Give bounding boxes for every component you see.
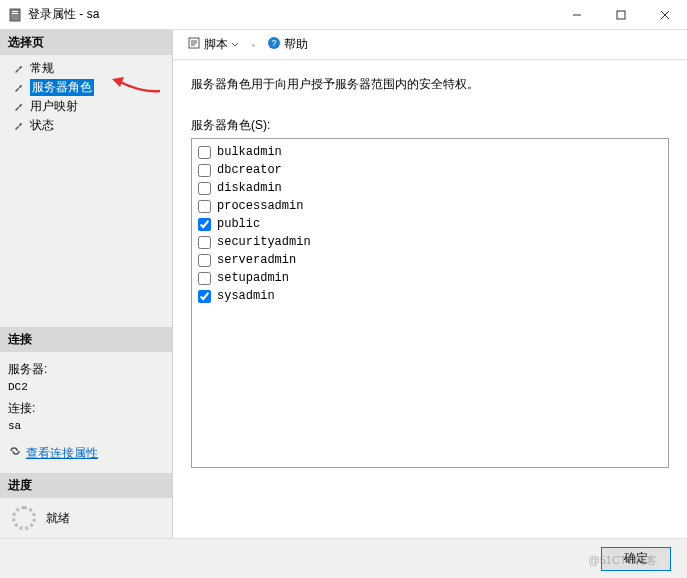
pages-section: 选择页 常规 服务器角色 用户映射 状态 — [0, 30, 172, 327]
wrench-icon — [12, 62, 26, 76]
left-panel: 选择页 常规 服务器角色 用户映射 状态 — [0, 30, 173, 538]
nav-label: 用户映射 — [30, 98, 78, 115]
view-connection-text: 查看连接属性 — [26, 444, 98, 463]
server-label: 服务器: — [8, 360, 164, 379]
role-checkbox[interactable] — [198, 272, 211, 285]
role-item[interactable]: public — [198, 215, 662, 233]
view-connection-link[interactable]: 查看连接属性 — [8, 444, 98, 463]
role-name: public — [217, 215, 260, 233]
role-name: setupadmin — [217, 269, 289, 287]
connection-value: sa — [8, 418, 164, 436]
connection-section: 连接 服务器: DC2 连接: sa 查看连接属性 — [0, 327, 172, 473]
close-button[interactable] — [643, 0, 687, 30]
titlebar: 登录属性 - sa — [0, 0, 687, 30]
script-label: 脚本 — [204, 36, 228, 53]
nav-item-status[interactable]: 状态 — [0, 116, 172, 135]
role-name: serveradmin — [217, 251, 296, 269]
roles-listbox[interactable]: bulkadmindbcreatordiskadminprocessadminp… — [191, 138, 669, 468]
role-checkbox[interactable] — [198, 146, 211, 159]
nav-label: 常规 — [30, 60, 54, 77]
svg-text:?: ? — [272, 38, 277, 48]
role-item[interactable]: dbcreator — [198, 161, 662, 179]
roles-label: 服务器角色(S): — [191, 117, 669, 134]
wrench-icon — [12, 81, 26, 95]
content-area: 服务器角色用于向用户授予服务器范围内的安全特权。 服务器角色(S): bulka… — [173, 60, 687, 538]
nav-list: 常规 服务器角色 用户映射 状态 — [0, 55, 172, 145]
role-name: sysadmin — [217, 287, 275, 305]
dialog-footer: 确定 @51CTO博客 — [0, 538, 687, 578]
chevron-down-icon — [231, 38, 239, 52]
svg-rect-0 — [10, 9, 20, 21]
server-value: DC2 — [8, 379, 164, 397]
window-title: 登录属性 - sa — [28, 6, 555, 23]
nav-label: 状态 — [30, 117, 54, 134]
minimize-button[interactable] — [555, 0, 599, 30]
spinner-icon — [12, 506, 36, 530]
role-item[interactable]: securityadmin — [198, 233, 662, 251]
svg-rect-4 — [617, 11, 625, 19]
description-text: 服务器角色用于向用户授予服务器范围内的安全特权。 — [191, 76, 669, 93]
role-name: processadmin — [217, 197, 303, 215]
connection-icon — [8, 444, 22, 463]
wrench-icon — [12, 100, 26, 114]
nav-item-user-mapping[interactable]: 用户映射 — [0, 97, 172, 116]
app-icon — [8, 8, 22, 22]
role-name: dbcreator — [217, 161, 282, 179]
toolbar: 脚本 ▪ ? 帮助 — [173, 30, 687, 60]
role-checkbox[interactable] — [198, 200, 211, 213]
role-name: diskadmin — [217, 179, 282, 197]
role-checkbox[interactable] — [198, 164, 211, 177]
progress-section: 进度 就绪 — [0, 473, 172, 538]
role-item[interactable]: sysadmin — [198, 287, 662, 305]
arrow-annotation-icon — [112, 77, 162, 97]
right-panel: 脚本 ▪ ? 帮助 服务器角色用于向用户授予服务器范围内的安全特权。 服务器角色… — [173, 30, 687, 538]
progress-status: 就绪 — [46, 510, 70, 527]
role-checkbox[interactable] — [198, 254, 211, 267]
connection-label: 连接: — [8, 399, 164, 418]
progress-header: 进度 — [0, 473, 172, 498]
window-controls — [555, 0, 687, 30]
svg-rect-2 — [12, 13, 18, 14]
nav-item-general[interactable]: 常规 — [0, 59, 172, 78]
nav-label: 服务器角色 — [30, 79, 94, 96]
help-icon: ? — [267, 36, 281, 53]
maximize-button[interactable] — [599, 0, 643, 30]
role-item[interactable]: processadmin — [198, 197, 662, 215]
script-button[interactable]: 脚本 — [183, 34, 243, 55]
role-checkbox[interactable] — [198, 290, 211, 303]
watermark-text: @51CTO博客 — [589, 553, 657, 568]
help-label: 帮助 — [284, 36, 308, 53]
role-name: securityadmin — [217, 233, 311, 251]
role-name: bulkadmin — [217, 143, 282, 161]
role-checkbox[interactable] — [198, 182, 211, 195]
role-checkbox[interactable] — [198, 218, 211, 231]
toolbar-separator: ▪ — [251, 38, 255, 52]
role-item[interactable]: serveradmin — [198, 251, 662, 269]
wrench-icon — [12, 119, 26, 133]
pages-header: 选择页 — [0, 30, 172, 55]
progress-content: 就绪 — [0, 498, 172, 538]
script-icon — [187, 36, 201, 53]
role-item[interactable]: setupadmin — [198, 269, 662, 287]
connection-header: 连接 — [0, 327, 172, 352]
role-item[interactable]: diskadmin — [198, 179, 662, 197]
role-checkbox[interactable] — [198, 236, 211, 249]
connection-content: 服务器: DC2 连接: sa 查看连接属性 — [0, 352, 172, 473]
main-layout: 选择页 常规 服务器角色 用户映射 状态 — [0, 30, 687, 538]
role-item[interactable]: bulkadmin — [198, 143, 662, 161]
help-button[interactable]: ? 帮助 — [263, 34, 312, 55]
svg-rect-1 — [12, 11, 18, 12]
